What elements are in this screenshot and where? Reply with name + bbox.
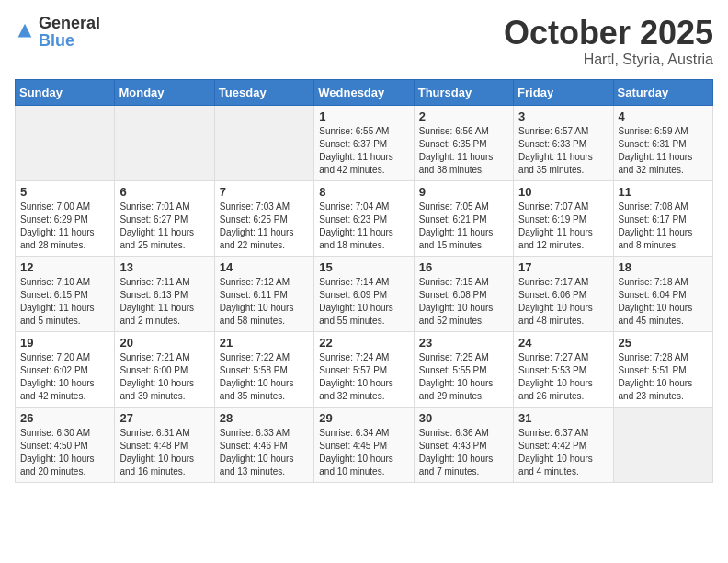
title-block: October 2025 Hartl, Styria, Austria [504, 15, 713, 68]
day-number: 13 [119, 260, 209, 274]
day-number: 9 [419, 185, 508, 199]
day-cell-10: 10Sunrise: 7:07 AM Sunset: 6:19 PM Dayli… [514, 180, 613, 256]
day-number: 16 [419, 260, 508, 274]
day-number: 20 [119, 336, 209, 350]
day-cell-14: 14Sunrise: 7:12 AM Sunset: 6:11 PM Dayli… [214, 256, 313, 331]
logo-blue: Blue [39, 31, 74, 50]
empty-cell [115, 105, 214, 180]
day-info: Sunrise: 7:20 AM Sunset: 6:02 PM Dayligh… [20, 351, 109, 403]
day-number: 19 [20, 336, 109, 350]
column-header-friday: Friday [514, 79, 613, 105]
day-number: 17 [518, 260, 608, 274]
day-info: Sunrise: 6:59 AM Sunset: 6:31 PM Dayligh… [619, 125, 708, 177]
day-cell-21: 21Sunrise: 7:22 AM Sunset: 5:58 PM Dayli… [214, 331, 313, 407]
day-info: Sunrise: 6:57 AM Sunset: 6:33 PM Dayligh… [518, 125, 608, 177]
day-cell-18: 18Sunrise: 7:18 AM Sunset: 6:04 PM Dayli… [613, 256, 712, 331]
day-number: 15 [319, 260, 408, 274]
day-cell-29: 29Sunrise: 6:34 AM Sunset: 4:45 PM Dayli… [314, 407, 414, 482]
column-header-saturday: Saturday [613, 79, 712, 105]
day-cell-24: 24Sunrise: 7:27 AM Sunset: 5:53 PM Dayli… [514, 331, 613, 407]
day-info: Sunrise: 7:25 AM Sunset: 5:55 PM Dayligh… [419, 351, 508, 403]
column-header-wednesday: Wednesday [314, 79, 414, 105]
day-info: Sunrise: 7:08 AM Sunset: 6:17 PM Dayligh… [619, 201, 708, 252]
day-info: Sunrise: 6:30 AM Sunset: 4:50 PM Dayligh… [20, 427, 109, 478]
day-info: Sunrise: 7:05 AM Sunset: 6:21 PM Dayligh… [419, 201, 508, 252]
day-info: Sunrise: 6:36 AM Sunset: 4:43 PM Dayligh… [419, 427, 508, 478]
svg-marker-0 [18, 24, 32, 38]
empty-cell [214, 105, 313, 180]
day-info: Sunrise: 6:34 AM Sunset: 4:45 PM Dayligh… [319, 427, 408, 478]
day-cell-12: 12Sunrise: 7:10 AM Sunset: 6:15 PM Dayli… [16, 256, 115, 331]
day-cell-16: 16Sunrise: 7:15 AM Sunset: 6:08 PM Dayli… [414, 256, 513, 331]
day-cell-4: 4Sunrise: 6:59 AM Sunset: 6:31 PM Daylig… [613, 105, 712, 180]
page-header: General Blue October 2025 Hartl, Styria,… [15, 15, 713, 68]
day-info: Sunrise: 6:33 AM Sunset: 4:46 PM Dayligh… [220, 427, 309, 478]
day-number: 10 [518, 185, 608, 199]
week-row-5: 26Sunrise: 6:30 AM Sunset: 4:50 PM Dayli… [16, 407, 713, 482]
day-number: 12 [20, 260, 109, 274]
logo: General Blue [15, 15, 100, 50]
day-number: 2 [419, 109, 508, 123]
day-number: 3 [518, 109, 608, 123]
day-info: Sunrise: 7:28 AM Sunset: 5:51 PM Dayligh… [619, 351, 708, 403]
day-cell-20: 20Sunrise: 7:21 AM Sunset: 6:00 PM Dayli… [115, 331, 214, 407]
week-row-3: 12Sunrise: 7:10 AM Sunset: 6:15 PM Dayli… [16, 256, 713, 331]
day-cell-3: 3Sunrise: 6:57 AM Sunset: 6:33 PM Daylig… [514, 105, 613, 180]
day-number: 18 [619, 260, 708, 274]
day-info: Sunrise: 7:04 AM Sunset: 6:23 PM Dayligh… [319, 201, 408, 252]
day-info: Sunrise: 7:01 AM Sunset: 6:27 PM Dayligh… [119, 201, 209, 252]
calendar-header-row: SundayMondayTuesdayWednesdayThursdayFrid… [16, 79, 713, 105]
day-cell-1: 1Sunrise: 6:55 AM Sunset: 6:37 PM Daylig… [314, 105, 414, 180]
day-cell-6: 6Sunrise: 7:01 AM Sunset: 6:27 PM Daylig… [115, 180, 214, 256]
day-number: 28 [220, 411, 309, 425]
day-info: Sunrise: 7:15 AM Sunset: 6:08 PM Dayligh… [419, 276, 508, 327]
day-cell-13: 13Sunrise: 7:11 AM Sunset: 6:13 PM Dayli… [115, 256, 214, 331]
day-number: 30 [419, 411, 508, 425]
day-cell-26: 26Sunrise: 6:30 AM Sunset: 4:50 PM Dayli… [16, 407, 115, 482]
column-header-tuesday: Tuesday [214, 79, 313, 105]
day-info: Sunrise: 6:55 AM Sunset: 6:37 PM Dayligh… [319, 125, 408, 177]
week-row-4: 19Sunrise: 7:20 AM Sunset: 6:02 PM Dayli… [16, 331, 713, 407]
day-cell-11: 11Sunrise: 7:08 AM Sunset: 6:17 PM Dayli… [613, 180, 712, 256]
day-cell-30: 30Sunrise: 6:36 AM Sunset: 4:43 PM Dayli… [414, 407, 513, 482]
day-info: Sunrise: 7:24 AM Sunset: 5:57 PM Dayligh… [319, 351, 408, 403]
day-number: 7 [220, 185, 309, 199]
day-number: 24 [518, 336, 608, 350]
day-number: 29 [319, 411, 408, 425]
day-info: Sunrise: 7:11 AM Sunset: 6:13 PM Dayligh… [119, 276, 209, 327]
day-info: Sunrise: 6:37 AM Sunset: 4:42 PM Dayligh… [518, 427, 608, 478]
day-cell-27: 27Sunrise: 6:31 AM Sunset: 4:48 PM Dayli… [115, 407, 214, 482]
day-number: 8 [319, 185, 408, 199]
day-number: 27 [119, 411, 209, 425]
day-cell-25: 25Sunrise: 7:28 AM Sunset: 5:51 PM Dayli… [613, 331, 712, 407]
day-info: Sunrise: 7:14 AM Sunset: 6:09 PM Dayligh… [319, 276, 408, 327]
logo-general: General [39, 14, 100, 32]
day-cell-17: 17Sunrise: 7:17 AM Sunset: 6:06 PM Dayli… [514, 256, 613, 331]
week-row-2: 5Sunrise: 7:00 AM Sunset: 6:29 PM Daylig… [16, 180, 713, 256]
day-cell-23: 23Sunrise: 7:25 AM Sunset: 5:55 PM Dayli… [414, 331, 513, 407]
day-info: Sunrise: 7:12 AM Sunset: 6:11 PM Dayligh… [220, 276, 309, 327]
day-cell-15: 15Sunrise: 7:14 AM Sunset: 6:09 PM Dayli… [314, 256, 414, 331]
day-number: 5 [20, 185, 109, 199]
calendar-table: SundayMondayTuesdayWednesdayThursdayFrid… [15, 79, 713, 483]
day-number: 1 [319, 109, 408, 123]
day-number: 6 [119, 185, 209, 199]
day-info: Sunrise: 7:07 AM Sunset: 6:19 PM Dayligh… [518, 201, 608, 252]
logo-icon [15, 22, 35, 42]
day-cell-28: 28Sunrise: 6:33 AM Sunset: 4:46 PM Dayli… [214, 407, 313, 482]
day-cell-31: 31Sunrise: 6:37 AM Sunset: 4:42 PM Dayli… [514, 407, 613, 482]
day-info: Sunrise: 7:27 AM Sunset: 5:53 PM Dayligh… [518, 351, 608, 403]
day-number: 26 [20, 411, 109, 425]
day-info: Sunrise: 7:03 AM Sunset: 6:25 PM Dayligh… [220, 201, 309, 252]
day-number: 11 [619, 185, 708, 199]
logo-text: General Blue [39, 15, 100, 50]
week-row-1: 1Sunrise: 6:55 AM Sunset: 6:37 PM Daylig… [16, 105, 713, 180]
day-cell-22: 22Sunrise: 7:24 AM Sunset: 5:57 PM Dayli… [314, 331, 414, 407]
day-cell-19: 19Sunrise: 7:20 AM Sunset: 6:02 PM Dayli… [16, 331, 115, 407]
month-title: October 2025 [504, 15, 713, 52]
day-cell-5: 5Sunrise: 7:00 AM Sunset: 6:29 PM Daylig… [16, 180, 115, 256]
column-header-monday: Monday [115, 79, 214, 105]
day-number: 21 [220, 336, 309, 350]
day-info: Sunrise: 7:10 AM Sunset: 6:15 PM Dayligh… [20, 276, 109, 327]
day-info: Sunrise: 7:21 AM Sunset: 6:00 PM Dayligh… [119, 351, 209, 403]
